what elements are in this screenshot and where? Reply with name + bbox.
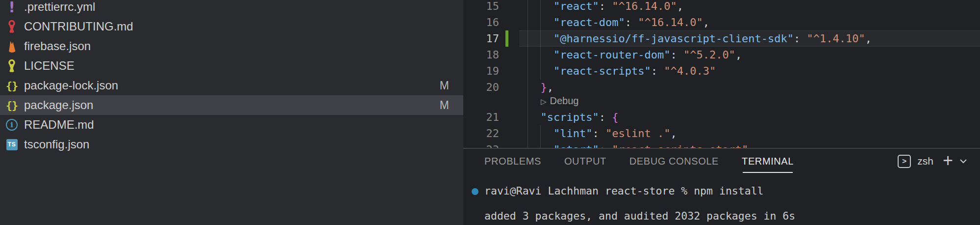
code-line-21[interactable]: 21 "scripts": { bbox=[463, 109, 980, 125]
code-line-19[interactable]: 19 "react-scripts": "^4.0.3" bbox=[463, 63, 980, 79]
line-number: 23 bbox=[463, 141, 499, 148]
line-number: 16 bbox=[463, 14, 499, 30]
line-number: 22 bbox=[463, 125, 499, 141]
braces-icon: {} bbox=[6, 99, 18, 112]
command-decoration-dot[interactable] bbox=[472, 188, 478, 195]
file-icon-cell: TS bbox=[4, 137, 19, 152]
code-line-17[interactable]: 17 "@harnessio/ff-javascript-client-sdk"… bbox=[463, 30, 980, 47]
terminal-output: ravi@Ravi Lachhman react-store % npm ins… bbox=[463, 173, 980, 225]
codelens-label: Debug bbox=[550, 95, 579, 106]
file-row-package-json[interactable]: {}package.jsonM bbox=[0, 95, 463, 115]
file-label: README.md bbox=[24, 118, 94, 132]
file-icon-cell: ! bbox=[4, 0, 19, 14]
new-terminal-button[interactable]: + bbox=[943, 155, 953, 167]
file-row-tsconfig-json[interactable]: TStsconfig.json bbox=[0, 135, 463, 154]
gutter-change-bar[interactable] bbox=[505, 30, 508, 47]
panel-header: PROBLEMSOUTPUTDEBUG CONSOLETERMINAL > zs… bbox=[463, 149, 980, 173]
line-number: 15 bbox=[463, 0, 499, 14]
tab-terminal[interactable]: TERMINAL bbox=[742, 149, 794, 173]
chevron-down-icon[interactable] bbox=[959, 159, 967, 164]
file-icon-cell: {} bbox=[4, 78, 19, 93]
file-icon-cell: i bbox=[4, 117, 19, 132]
file-row-readme-md[interactable]: iREADME.md bbox=[0, 115, 463, 135]
code-line-22[interactable]: 22 "lint": "eslint .", bbox=[463, 125, 980, 141]
line-number: 18 bbox=[463, 47, 499, 63]
file-row-package-lock-json[interactable]: {}package-lock.jsonM bbox=[0, 76, 463, 95]
file-row--prettierrc-yml[interactable]: !.prettierrc.yml bbox=[0, 0, 463, 17]
code-text: }, bbox=[528, 79, 553, 95]
tab-problems[interactable]: PROBLEMS bbox=[484, 149, 541, 173]
code-text: "scripts": { bbox=[528, 109, 618, 125]
code-line-23[interactable]: 23 "start": "react-scripts start", bbox=[463, 141, 980, 148]
file-icon-cell bbox=[4, 58, 19, 73]
code-line-16[interactable]: 16 "react-dom": "^16.14.0", bbox=[463, 14, 980, 30]
ribbon-red-icon bbox=[6, 20, 18, 33]
file-label: LICENSE bbox=[24, 59, 75, 73]
code-text: "lint": "eslint .", bbox=[528, 125, 677, 141]
file-label: .prettierrc.yml bbox=[24, 0, 95, 14]
file-icon-cell: {} bbox=[4, 98, 19, 112]
git-modified-badge: M bbox=[440, 99, 449, 112]
prettier-icon: ! bbox=[8, 0, 15, 16]
file-label: package.json bbox=[24, 98, 93, 112]
file-label: package-lock.json bbox=[24, 79, 118, 92]
code-text: "react-dom": "^16.14.0", bbox=[528, 14, 709, 30]
terminal-line: added 3 packages, and audited 2032 packa… bbox=[484, 210, 795, 224]
flame-icon bbox=[6, 39, 18, 53]
code-text: "react": "^16.14.0", bbox=[528, 0, 683, 14]
code-text: "@harnessio/ff-javascript-client-sdk": "… bbox=[528, 30, 872, 47]
code-text: "react-scripts": "^4.0.3" bbox=[528, 63, 716, 79]
tab-debug-console[interactable]: DEBUG CONSOLE bbox=[629, 149, 719, 173]
line-number: 20 bbox=[463, 79, 499, 95]
line-number: 19 bbox=[463, 63, 499, 79]
ribbon-yellow-icon bbox=[6, 59, 18, 73]
line-number: 17 bbox=[463, 30, 499, 47]
shell-label[interactable]: zsh bbox=[917, 155, 933, 167]
file-label: tsconfig.json bbox=[24, 138, 89, 151]
info-icon: i bbox=[6, 119, 18, 131]
code-text: "start": "react-scripts start", bbox=[528, 141, 755, 148]
file-row-firebase-json[interactable]: firebase.json bbox=[0, 36, 463, 56]
git-modified-badge: M bbox=[440, 79, 449, 92]
line-number: 21 bbox=[463, 109, 499, 125]
file-label: firebase.json bbox=[24, 39, 91, 53]
code-line-18[interactable]: 18 "react-router-dom": "^5.2.0", bbox=[463, 47, 980, 63]
code-editor[interactable]: 15 "react": "^16.14.0",16 "react-dom": "… bbox=[463, 0, 980, 148]
file-label: CONTRIBUTING.md bbox=[24, 20, 133, 33]
explorer-sidebar: !.prettierrc.ymlCONTRIBUTING.mdfirebase.… bbox=[0, 0, 463, 225]
file-icon-cell bbox=[4, 19, 19, 34]
debug-codelens[interactable]: ▷Debug bbox=[541, 95, 578, 109]
braces-icon: {} bbox=[6, 80, 18, 92]
file-row-contributing-md[interactable]: CONTRIBUTING.md bbox=[0, 17, 463, 36]
terminal-icon: > bbox=[898, 155, 911, 168]
terminal-panel: PROBLEMSOUTPUTDEBUG CONSOLETERMINAL > zs… bbox=[463, 148, 980, 225]
ts-icon: TS bbox=[6, 139, 18, 150]
panel-tabs: PROBLEMSOUTPUTDEBUG CONSOLETERMINAL bbox=[484, 149, 794, 173]
file-row-license[interactable]: LICENSE bbox=[0, 56, 463, 76]
panel-actions: > zsh + bbox=[898, 155, 967, 168]
code-line-20[interactable]: 20 }, bbox=[463, 79, 980, 95]
code-line-15[interactable]: 15 "react": "^16.14.0", bbox=[463, 0, 980, 14]
play-icon: ▷ bbox=[541, 97, 547, 106]
file-icon-cell bbox=[4, 39, 19, 54]
code-text: "react-router-dom": "^5.2.0", bbox=[528, 47, 742, 63]
tab-output[interactable]: OUTPUT bbox=[564, 149, 606, 173]
terminal-line: ravi@Ravi Lachhman react-store % npm ins… bbox=[484, 185, 764, 198]
